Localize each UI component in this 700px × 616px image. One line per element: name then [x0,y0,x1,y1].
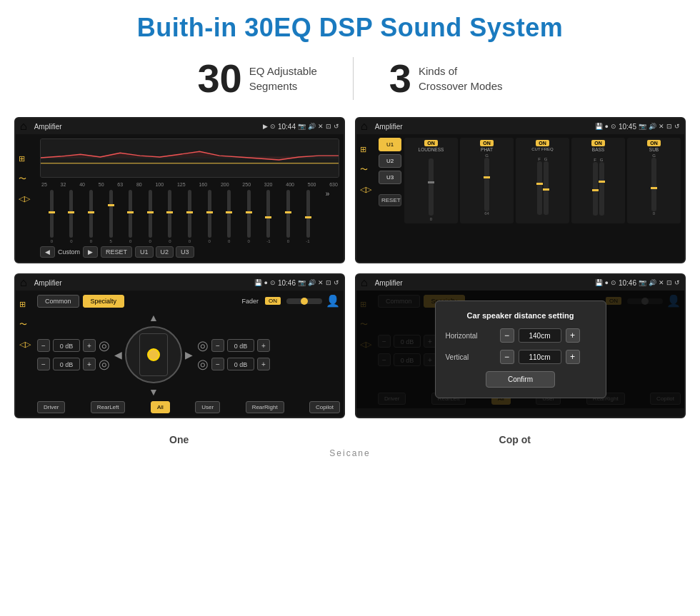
back3-icon[interactable]: ↺ [334,279,339,286]
vol-icon[interactable]: ◁▷ [19,194,30,203]
window3-icon: ⊡ [326,279,331,286]
sub-on[interactable]: ON [647,140,661,146]
eq-slider-5[interactable]: 0 [141,190,159,243]
window-icon: ⊡ [326,123,331,130]
close-icon: ✕ [318,123,324,130]
eq-controls: ◀ Custom ▶ RESET U1 U2 U3 [40,246,339,258]
dial-row-bl: − 0 dB + ◎ [37,356,110,372]
fader-on[interactable]: ON [265,297,281,305]
eq-stat: 30 EQ Adjustable Segments [161,59,352,99]
driver-btn[interactable]: Driver [37,401,65,413]
minus-btn-tr[interactable]: − [211,339,224,352]
cx-wave-icon[interactable]: 〜 [360,164,376,175]
bal-wave-icon[interactable]: 〜 [19,319,35,330]
eq-slider-10[interactable]: 0 [240,190,258,243]
sc4-status: 💾 ● ⊙ 10:46 📷 🔊 ✕ ⊡ ↺ [595,279,680,287]
eq-label: EQ Adjustable Segments [249,64,317,94]
home-icon2[interactable]: ⌂ [361,120,368,133]
camera-icon: 📷 [298,123,306,130]
eq-slider-11[interactable]: -1 [260,190,278,243]
cx-preset-u3[interactable]: U3 [379,171,401,184]
eq-slider-0[interactable]: 0 [43,190,61,243]
back2-icon[interactable]: ↺ [674,123,680,130]
minus-btn-bl[interactable]: − [37,358,50,370]
rear-right-btn[interactable]: RearRight [246,401,284,413]
fader-slider[interactable] [286,298,322,304]
camera3-icon: 📷 [298,279,306,286]
back-icon[interactable]: ↺ [334,123,339,130]
save4-icon: 💾 [595,279,603,286]
vertical-minus[interactable]: − [500,350,514,364]
bass-on[interactable]: ON [591,140,605,146]
vertical-plus[interactable]: + [566,350,580,364]
bal-eq-icon[interactable]: ⊞ [19,300,35,309]
cx-eq-icon[interactable]: ⊞ [360,145,376,154]
play-btn[interactable]: ▶ [83,246,98,258]
eq-slider-7[interactable]: 0 [181,190,199,243]
wave-icon[interactable]: 〜 [19,173,30,184]
cx-label-2: Crossover Modes [419,80,503,92]
joystick[interactable] [125,326,182,383]
eq-slider-2[interactable]: 0 [82,190,100,243]
cx-reset[interactable]: RESET [379,194,401,206]
cutfreq-on[interactable]: ON [536,140,549,146]
db-val-br: 0 dB [227,358,254,370]
plus-btn-tr[interactable]: + [257,339,270,352]
plus-btn-bl[interactable]: + [83,358,96,370]
eq-slider-4[interactable]: 0 [121,190,139,243]
cx-vol-icon[interactable]: ◁▷ [360,185,376,194]
all-btn[interactable]: All [151,401,170,413]
preset-u1[interactable]: U1 [135,246,154,258]
home-icon[interactable]: ⌂ [20,120,27,133]
screen-crossover: ⌂ Amplifier 💾 ● ⊙ 10:45 📷 🔊 ✕ ⊡ ↺ ⊞ 〜 ◁▷ [355,117,686,263]
plus-btn-tl[interactable]: + [83,339,96,352]
eq-slider-12[interactable]: 0 [279,190,297,243]
home3-icon[interactable]: ⌂ [20,276,27,289]
rear-left-btn[interactable]: RearLeft [91,401,126,413]
eq-sliders: 0 0 0 5 0 0 0 0 0 0 0 -1 0 -1 » [40,190,339,243]
eq-slider-13[interactable]: -1 [299,190,317,243]
preset-u2[interactable]: U2 [156,246,174,258]
minus-btn-tl[interactable]: − [37,339,50,352]
horizontal-row: Horizontal − 140cm + [446,328,596,343]
arrow-down-icon[interactable]: ▼ [149,386,159,398]
horizontal-plus[interactable]: + [566,328,580,343]
eq-icon[interactable]: ⊞ [19,154,30,163]
arrow-left-icon[interactable]: ◀ [114,349,122,360]
volume-icon: 🔊 [308,123,316,130]
arrow-up-icon[interactable]: ▲ [149,312,159,323]
cx-preset-u2[interactable]: U2 [379,154,401,168]
sc3-header: ⌂ Amplifier 💾 ● ⊙ 10:46 📷 🔊 ✕ ⊡ ↺ [16,275,344,291]
eq-slider-8[interactable]: 0 [201,190,219,243]
back4-icon[interactable]: ↺ [674,279,680,286]
vertical-row: Vertical − 110cm + [446,350,596,364]
eq-slider-6[interactable]: 0 [161,190,179,243]
preset-u3[interactable]: U3 [176,246,194,258]
custom-label: Custom [58,248,80,256]
loudness-on[interactable]: ON [424,140,438,146]
arrow-right-icon[interactable]: ▶ [185,349,193,360]
crossover-number: 3 [389,59,411,99]
specialty-btn[interactable]: Specialty [83,295,125,308]
horizontal-val: 140cm [519,328,561,343]
eq-slider-9[interactable]: 0 [220,190,238,243]
eq-slider-1[interactable]: 0 [63,190,81,243]
cx-preset-u1[interactable]: U1 [379,138,401,151]
prev-btn[interactable]: ◀ [40,246,55,258]
user-btn[interactable]: User [195,401,220,413]
page-title: Buith-in 30EQ DSP Sound System [0,0,700,50]
common-btn[interactable]: Common [37,295,79,308]
horizontal-minus[interactable]: − [500,328,514,343]
phat-on[interactable]: ON [480,140,494,146]
sc2-title: Amplifier [375,123,592,131]
location3-icon: ⊙ [270,279,276,286]
plus-btn-br[interactable]: + [257,358,270,370]
reset-btn[interactable]: RESET [101,246,132,258]
home4-icon[interactable]: ⌂ [361,276,368,289]
copilot-btn[interactable]: Copilot [309,401,340,413]
bal-vol-icon[interactable]: ◁▷ [19,340,35,349]
confirm-button[interactable]: Confirm [486,371,555,388]
eq-slider-3[interactable]: 5 [102,190,120,243]
close3-icon: ✕ [318,279,324,286]
minus-btn-br[interactable]: − [211,358,224,370]
